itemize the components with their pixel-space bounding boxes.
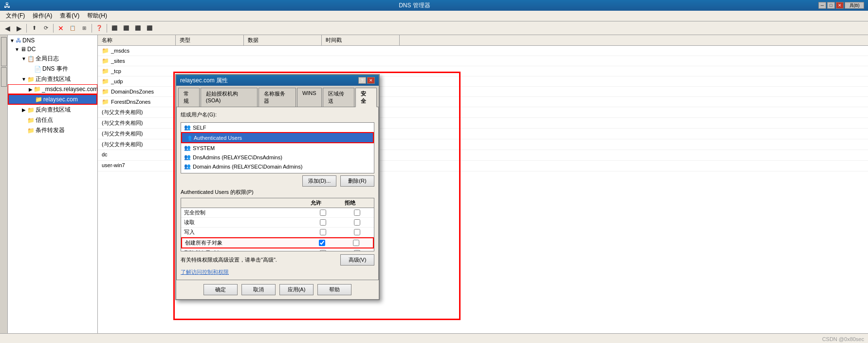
toolbar-up[interactable]: ⬆ <box>29 23 39 34</box>
perm-name-read: 读取 <box>181 218 306 227</box>
menu-help[interactable]: 帮助(H) <box>83 11 111 21</box>
toolbar-properties[interactable]: ⊞ <box>79 23 90 34</box>
tree-item-trust[interactable]: 📁 信任点 <box>8 115 97 125</box>
toolbar-export[interactable]: 📋 <box>67 23 78 34</box>
user-row-system[interactable]: 👥 SYSTEM <box>181 143 374 152</box>
toolbar-b1[interactable]: ⬛ <box>109 23 120 34</box>
cell-name: 📁DomainDnsZones <box>98 87 176 96</box>
toolbar-delete[interactable]: ✕ <box>55 23 66 34</box>
tab-ns[interactable]: 名称服务器 <box>259 88 295 107</box>
perm-deny-deletechild[interactable] <box>340 249 374 251</box>
perm-deny-check-read[interactable] <box>354 219 360 226</box>
toolbar-refresh[interactable]: ⟳ <box>40 23 51 34</box>
col-type[interactable]: 类型 <box>176 35 244 45</box>
perm-deny-read[interactable] <box>340 218 374 227</box>
tree-item-cond[interactable]: 📁 条件转发器 <box>8 125 97 135</box>
perm-allow-write[interactable] <box>306 228 340 236</box>
menu-action[interactable]: 操作(A) <box>29 11 56 21</box>
group-label: 组或用户名(G): <box>181 111 374 118</box>
side-tab-1[interactable] <box>1 37 7 66</box>
toolbar-back[interactable]: ◀ <box>2 23 13 34</box>
side-tab-2[interactable] <box>1 67 7 87</box>
perm-row-deletechild: 删除所有子对象 <box>181 248 374 251</box>
add-remove-row: 添加(D)... 删除(R) <box>181 175 374 187</box>
toolbar-b4[interactable]: ⬛ <box>144 23 155 34</box>
tab-wins[interactable]: WINS <box>297 88 322 107</box>
tree-item-reverse[interactable]: ▶ 📁 反向查找区域 <box>8 105 97 115</box>
user-list[interactable]: 👥 SELF 👥 Authenticated Users 👥 SYSTEM 👥 … <box>181 122 374 173</box>
tree-item-dc[interactable]: ▼ 🖥 DC <box>8 45 97 54</box>
advanced-button[interactable]: 高级(V) <box>340 254 374 266</box>
col-timestamp[interactable]: 时间戳 <box>322 35 400 45</box>
access-control-link[interactable]: 了解访问控制和权限 <box>181 269 229 275</box>
menu-file[interactable]: 文件(F) <box>2 11 29 21</box>
cell-name: (与父文件夹相同) <box>98 107 176 117</box>
perm-allow-check-read[interactable] <box>320 219 326 226</box>
remove-button[interactable]: 删除(R) <box>340 175 374 187</box>
cell-type <box>176 46 244 56</box>
tree-label-dns: DNS <box>22 37 35 44</box>
tree-item-dns[interactable]: ▼ 🖧 DNS <box>8 36 97 45</box>
add-button[interactable]: 添加(D)... <box>302 175 336 187</box>
perm-deny-check-createchild[interactable] <box>353 240 359 246</box>
tree-item-dnsevent[interactable]: 📄 DNS 事件 <box>8 64 97 74</box>
perm-name-createchild: 创建所有子对象 <box>182 238 305 248</box>
ok-button[interactable]: 确定 <box>203 284 238 295</box>
user-icon-system: 👥 <box>184 145 191 151</box>
left-side-tabs <box>0 35 8 333</box>
list-row[interactable]: 📁_sites <box>98 56 868 66</box>
tree-item-forward[interactable]: ▼ 📁 正向查找区域 <box>8 74 97 84</box>
perm-allow-check-fullcontrol[interactable] <box>320 210 326 216</box>
tab-zonetransfer[interactable]: 区域传送 <box>323 88 355 107</box>
cancel-button[interactable]: 取消 <box>241 284 276 295</box>
user-row-enterpriseadmins[interactable]: 👥 Enterprise Admins (RELAYSEC\Enterprise… <box>181 171 374 173</box>
perm-allow-read[interactable] <box>306 218 340 227</box>
perm-deny-check-fullcontrol[interactable] <box>354 210 360 216</box>
cell-ts <box>322 46 400 56</box>
dialog-close-btn[interactable]: ✕ <box>367 77 375 84</box>
user-row-self[interactable]: 👥 SELF <box>181 123 374 132</box>
tree-panel: ▼ 🖧 DNS ▼ 🖥 DC ▼ 📋 全局日志 📄 DNS 事件 ▼ 📁 正向查… <box>8 35 98 333</box>
tab-security[interactable]: 安全 <box>355 88 377 107</box>
tree-item-relaysec[interactable]: 📁 relaysec.com <box>8 94 97 105</box>
tab-content: 组或用户名(G): 👥 SELF 👥 Authenticated Users 👥… <box>176 107 379 280</box>
perm-allow-fullcontrol[interactable] <box>306 209 340 217</box>
help-footer-button[interactable]: 帮助 <box>317 284 351 295</box>
user-label-auth: Authenticated Users <box>194 135 242 141</box>
close-button[interactable]: ✕ <box>836 2 844 9</box>
tab-general[interactable]: 常规 <box>178 88 200 107</box>
cell-name: 📁_msdcs <box>98 46 176 56</box>
list-row[interactable]: 📁_msdcs <box>98 46 868 56</box>
perm-deny-check-write[interactable] <box>354 229 360 235</box>
col-name[interactable]: 名称 <box>98 35 176 45</box>
cell-name: (与父文件夹相同) <box>98 118 176 128</box>
link-row: 了解访问控制和权限 <box>181 268 374 276</box>
perm-deny-createchild[interactable] <box>339 239 373 247</box>
perm-deny-check-deletechild[interactable] <box>354 250 360 251</box>
perm-deny-write[interactable] <box>340 228 374 236</box>
toolbar-b3[interactable]: ⬛ <box>132 23 143 34</box>
perm-allow-check-write[interactable] <box>320 229 326 235</box>
minimize-button[interactable]: ─ <box>818 2 826 9</box>
dialog-help-btn[interactable]: ? <box>358 77 366 84</box>
menu-view[interactable]: 查看(V) <box>56 11 83 21</box>
toolbar-forward[interactable]: ▶ <box>14 23 24 34</box>
menu-bar: 文件(F) 操作(A) 查看(V) 帮助(H) <box>0 11 868 21</box>
perm-allow-check-deletechild[interactable] <box>320 250 326 251</box>
tree-item-log[interactable]: ▼ 📋 全局日志 <box>8 54 97 64</box>
perm-allow-createchild[interactable] <box>305 239 339 247</box>
col-data[interactable]: 数据 <box>244 35 322 45</box>
perm-allow-deletechild[interactable] <box>306 249 340 251</box>
tree-item-msdcs[interactable]: ▶ 📁 _msdcs.relaysec.com <box>8 84 97 94</box>
user-row-authenticated[interactable]: 👥 Authenticated Users <box>181 132 374 143</box>
toolbar-b2[interactable]: ⬛ <box>121 23 131 34</box>
perm-name-write: 写入 <box>181 228 306 237</box>
user-row-domainadmins[interactable]: 👥 Domain Admins (RELAYSEC\Domain Admins) <box>181 162 374 171</box>
perm-deny-fullcontrol[interactable] <box>340 209 374 217</box>
user-row-dnsadmins[interactable]: 👥 DnsAdmins (RELAYSEC\DnsAdmins) <box>181 152 374 162</box>
apply-button[interactable]: 应用(A) <box>279 284 314 295</box>
maximize-button[interactable]: □ <box>827 2 835 9</box>
perm-allow-check-createchild[interactable] <box>319 240 325 246</box>
tab-soa[interactable]: 起始授权机构(SOA) <box>201 88 258 107</box>
toolbar-help[interactable]: ❓ <box>94 23 105 34</box>
